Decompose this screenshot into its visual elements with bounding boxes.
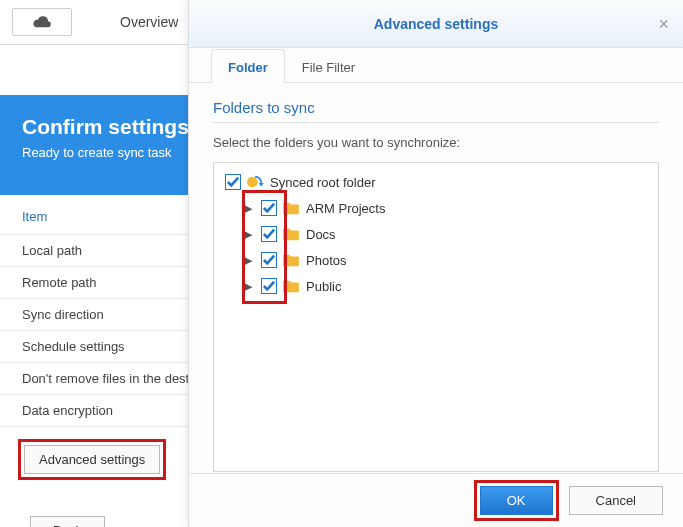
cancel-button[interactable]: Cancel bbox=[569, 486, 663, 515]
tree-child-label: Docs bbox=[306, 227, 336, 242]
expand-icon[interactable]: ▶ bbox=[244, 202, 256, 215]
back-button[interactable]: Back bbox=[30, 516, 105, 527]
ok-button[interactable]: OK bbox=[480, 486, 553, 515]
modal-header: Advanced settings × bbox=[189, 0, 683, 48]
folder-tree: Synced root folder ▶ ARM Projects ▶ Docs… bbox=[213, 162, 659, 472]
ok-highlight: OK bbox=[474, 480, 559, 521]
cloud-button[interactable] bbox=[12, 8, 72, 36]
advanced-settings-modal: Advanced settings × Folder File Filter F… bbox=[188, 0, 683, 527]
folder-icon bbox=[282, 201, 300, 215]
tab-folder[interactable]: Folder bbox=[211, 49, 285, 83]
tree-root-row[interactable]: Synced root folder bbox=[218, 169, 654, 195]
tree-child-row[interactable]: ▶ Photos bbox=[218, 247, 654, 273]
expand-icon[interactable]: ▶ bbox=[244, 280, 256, 293]
checkbox[interactable] bbox=[261, 252, 277, 268]
tree-child-row[interactable]: ▶ Docs bbox=[218, 221, 654, 247]
advanced-settings-button[interactable]: Advanced settings bbox=[24, 445, 160, 474]
folder-icon bbox=[282, 279, 300, 293]
expand-icon[interactable]: ▶ bbox=[244, 228, 256, 241]
tree-child-label: ARM Projects bbox=[306, 201, 385, 216]
cloud-icon bbox=[31, 15, 53, 29]
advanced-highlight: Advanced settings bbox=[18, 439, 166, 480]
modal-body: Folders to sync Select the folders you w… bbox=[189, 83, 683, 473]
modal-footer: OK Cancel bbox=[189, 473, 683, 527]
tree-child-label: Public bbox=[306, 279, 341, 294]
tree-child-row[interactable]: ▶ ARM Projects bbox=[218, 195, 654, 221]
tree-child-label: Photos bbox=[306, 253, 346, 268]
folder-icon bbox=[282, 227, 300, 241]
folder-icon bbox=[282, 253, 300, 267]
expand-icon[interactable]: ▶ bbox=[244, 254, 256, 267]
section-hint: Select the folders you want to synchroni… bbox=[213, 135, 659, 150]
tab-file-filter[interactable]: File Filter bbox=[285, 49, 372, 83]
modal-tabs: Folder File Filter bbox=[189, 48, 683, 83]
section-title: Folders to sync bbox=[213, 99, 659, 123]
checkbox[interactable] bbox=[261, 278, 277, 294]
svg-point-0 bbox=[247, 177, 258, 188]
checkbox[interactable] bbox=[261, 226, 277, 242]
close-icon[interactable]: × bbox=[658, 14, 669, 35]
tab-overview[interactable]: Overview bbox=[120, 14, 178, 30]
tree-root-label: Synced root folder bbox=[270, 175, 376, 190]
sync-folder-icon bbox=[246, 174, 264, 190]
modal-title: Advanced settings bbox=[374, 16, 498, 32]
checkbox-root[interactable] bbox=[225, 174, 241, 190]
tree-child-row[interactable]: ▶ Public bbox=[218, 273, 654, 299]
checkbox[interactable] bbox=[261, 200, 277, 216]
